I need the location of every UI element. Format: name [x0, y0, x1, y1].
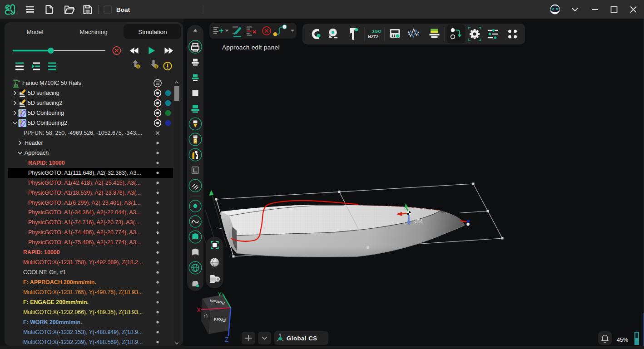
svg-text:!: ! [156, 65, 157, 69]
svg-text:0: 0 [556, 7, 559, 11]
svg-text:Front: Front [213, 317, 226, 323]
svg-text:→1GO: →1GO [368, 29, 381, 34]
svg-text:0: 0 [552, 7, 554, 11]
svg-text:!: ! [138, 65, 139, 69]
svg-text:N2T2: N2T2 [368, 34, 378, 39]
svg-text:X: X [197, 306, 201, 314]
svg-text:N54: N54 [412, 218, 423, 225]
svg-text:Z: Z [225, 336, 229, 343]
svg-text:Y: Y [218, 290, 222, 298]
svg-text:Boat: Boat [116, 6, 130, 13]
svg-text:Global CS: Global CS [287, 335, 317, 342]
